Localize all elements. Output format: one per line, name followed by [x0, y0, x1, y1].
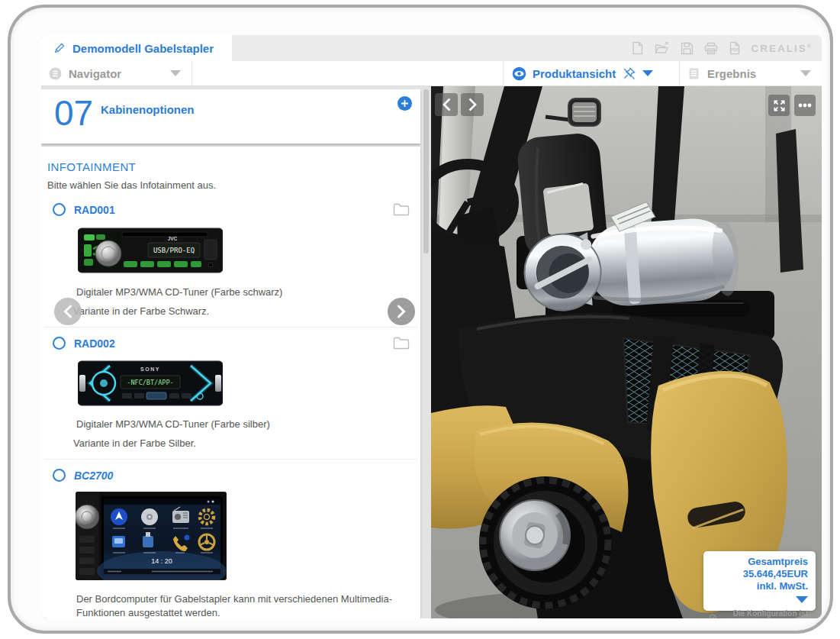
new-document-icon[interactable] — [631, 41, 644, 55]
carousel-prev-button[interactable] — [54, 298, 82, 325]
folder-icon[interactable] — [393, 203, 410, 216]
rad001-product-image: JVC USB/PRO-EQ — [78, 226, 223, 275]
floppy-icon[interactable] — [681, 42, 694, 55]
svg-text:-NFC/BT/APP-: -NFC/BT/APP- — [127, 379, 173, 386]
step-number: 07 — [54, 94, 93, 133]
option-desc: Der Bordcomputer für Gabelstapler kann m… — [76, 592, 420, 618]
eye-icon — [512, 66, 526, 81]
svg-text:SONY: SONY — [140, 366, 160, 372]
unpin-icon[interactable] — [622, 66, 636, 81]
rear-wheel — [479, 476, 612, 609]
result-menu[interactable]: Ergebnis — [679, 61, 822, 86]
tab-bar: Demomodell Gabelstapler PDF CREALI — [41, 35, 822, 61]
main-area: 07 Kabinenoptionen INFOTAINMENT Bitte wä… — [41, 86, 822, 618]
navigator-circle-icon — [49, 67, 62, 80]
product-view-label: Produktansicht — [533, 67, 616, 80]
product-3d-viewer[interactable]: Gesamtpreis 35.646,45EUR inkl. MwSt. Die… — [431, 86, 822, 618]
chevron-left-icon — [441, 97, 452, 112]
radio-rad001[interactable] — [53, 203, 66, 216]
ellipsis-icon — [798, 103, 812, 108]
scrollbar-thumb[interactable] — [423, 89, 429, 253]
view-forward-button[interactable] — [461, 93, 484, 116]
configurator-app: Demomodell Gabelstapler PDF CREALI — [41, 35, 822, 618]
options-card: INFOTAINMENT Bitte wählen Sie das Infota… — [41, 147, 420, 618]
config-status: Die Konfiguration ist vollständig. — [719, 609, 808, 618]
device-frame: Demomodell Gabelstapler PDF CREALI — [8, 5, 833, 634]
pdf-icon[interactable]: PDF — [729, 41, 741, 55]
option-desc: Digitaler MP3/WMA CD-Tuner (Farbe schwar… — [76, 286, 420, 298]
option-desc: Variante in der Farbe Silber. — [73, 437, 420, 449]
tab-demomodell[interactable]: Demomodell Gabelstapler — [41, 35, 232, 61]
price-value: 35.646,45EUR — [710, 568, 808, 580]
navigator-label: Navigator — [69, 67, 121, 80]
section-hint: Bitte wählen Sie das Infotainment aus. — [47, 179, 420, 191]
view-back-button[interactable] — [435, 93, 458, 116]
list-icon — [687, 67, 700, 80]
option-id: BC2700 — [74, 470, 113, 482]
folder-icon[interactable] — [393, 337, 410, 350]
chevron-right-icon — [396, 305, 407, 318]
option-desc: Variante in der Farbe Schwarz. — [73, 305, 420, 317]
section-title: INFOTAINMENT — [47, 160, 420, 173]
pencil-icon[interactable] — [53, 42, 66, 54]
open-folder-icon[interactable] — [655, 41, 670, 55]
menu-spacer — [192, 61, 503, 86]
chevron-down-icon[interactable] — [642, 70, 653, 76]
svg-text:USB/PRO-EQ: USB/PRO-EQ — [153, 247, 195, 254]
menu-bar: Navigator Produktansicht Ergebnis — [41, 61, 822, 86]
chevron-down-icon[interactable] — [170, 70, 181, 76]
chevron-left-icon — [63, 305, 73, 318]
chevron-right-icon — [467, 97, 478, 112]
panel-scrollbar[interactable] — [423, 89, 429, 618]
plus-icon — [401, 99, 409, 108]
option-desc: Digitaler MP3/WMA CD-Tuner (Farbe silber… — [76, 418, 420, 430]
navigator-menu[interactable]: Navigator — [41, 61, 192, 86]
total-price-panel[interactable]: Gesamtpreis 35.646,45EUR inkl. MwSt. Die… — [703, 551, 816, 611]
price-tax: inkl. MwSt. — [710, 580, 808, 592]
add-button[interactable] — [397, 96, 412, 111]
radio-bc2700[interactable] — [53, 469, 66, 482]
svg-text:JVC: JVC — [168, 236, 178, 241]
fullscreen-button[interactable] — [768, 95, 790, 116]
option-rad001[interactable]: RAD001 — [41, 203, 420, 216]
option-bc2700[interactable]: BC2700 — [41, 469, 420, 482]
printer-icon[interactable] — [704, 42, 718, 55]
more-options-button[interactable] — [794, 95, 816, 116]
svg-text:PDF: PDF — [730, 47, 739, 52]
product-view-menu[interactable]: Produktansicht — [503, 61, 679, 86]
divider — [44, 459, 417, 460]
radio-rad002[interactable] — [53, 337, 66, 350]
fullscreen-icon — [773, 99, 786, 112]
price-label: Gesamtpreis — [710, 556, 808, 568]
check-circle-icon — [710, 613, 716, 618]
carousel-next-button[interactable] — [388, 298, 415, 325]
forklift-3d-scene — [431, 86, 822, 618]
option-id: RAD001 — [74, 204, 115, 216]
svg-text:14 : 20: 14 : 20 — [151, 557, 172, 565]
chevron-down-icon[interactable] — [796, 596, 808, 603]
crealis-logo: CREALIS® — [751, 43, 811, 54]
step-header-card: 07 Kabinenoptionen — [41, 89, 420, 144]
divider — [44, 327, 417, 328]
rad002-product-image: SONY -NFC/BT/APP- — [78, 360, 223, 407]
tab-title: Demomodell Gabelstapler — [72, 42, 214, 55]
option-rad002[interactable]: RAD002 — [41, 337, 420, 350]
option-id: RAD002 — [74, 337, 115, 350]
chevron-down-icon[interactable] — [800, 70, 811, 76]
step-title: Kabinenoptionen — [101, 103, 195, 116]
result-label: Ergebnis — [707, 67, 756, 80]
bc2700-product-image: 14 : 20 — [76, 492, 227, 580]
